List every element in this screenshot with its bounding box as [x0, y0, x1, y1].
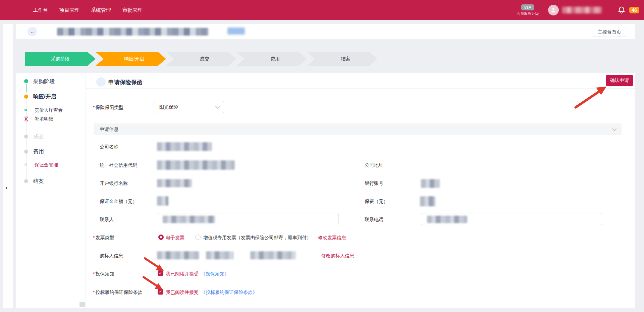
page-root: 工作台 项目管理 系统管理 审批管理 VIP 会员服务升级 46 [0, 0, 644, 312]
sidebar-item-label: 结案 [33, 178, 44, 185]
menu-item-system[interactable]: 系统管理 [91, 7, 111, 13]
notice-checkbox[interactable]: ✓ [158, 270, 163, 276]
sidebar-scrollbar-thumb[interactable] [79, 302, 85, 307]
timeline-dot-close [24, 179, 28, 183]
menu-item-workbench[interactable]: 工作台 [33, 7, 48, 13]
timeline-connector-done [26, 84, 26, 92]
sidebar-divider [86, 73, 86, 308]
edit-invoice-info-link[interactable]: 修改发票信息 [318, 235, 346, 241]
confirm-apply-button[interactable]: 确认申请 [606, 75, 633, 86]
step-fees: 费用 [236, 52, 307, 66]
menu-item-projects[interactable]: 项目管理 [59, 7, 79, 13]
required-mark: * [93, 105, 95, 110]
clause-doc-link[interactable]: 《投标履约保证保险条款》 [201, 290, 257, 296]
notice-doc-link[interactable]: 《投保须知》 [201, 271, 229, 277]
sidebar-item-deal[interactable]: 成交 [33, 133, 44, 140]
invoice-type-label: *发票类型 [93, 235, 114, 241]
sidebar-item-fees[interactable]: 费用 [33, 148, 44, 155]
buyer-info-value-redacted [157, 251, 199, 259]
step-label: 响应/开启 [117, 56, 144, 62]
sidebar-item-label: 响应/开启 [33, 93, 56, 100]
contact-phone-label: 联系电话 [365, 217, 383, 223]
contact-input[interactable] [158, 213, 339, 225]
sidebar-item-close[interactable]: 结案 [33, 178, 44, 185]
sidebar-item-bidding-hall[interactable]: 竞价大厅查看 [35, 107, 63, 113]
sidebar-item-label: 保证金管理 [35, 162, 58, 168]
radio-vat-invoice[interactable] [195, 235, 201, 240]
required-mark: * [93, 235, 95, 240]
back-button[interactable]: ← [28, 27, 37, 36]
form-back-button[interactable]: ← [96, 77, 106, 87]
required-mark: * [93, 290, 95, 295]
bank-account-label: 银行账号 [365, 180, 383, 187]
bank-name-value-redacted [157, 179, 192, 187]
contact-phone-input[interactable] [421, 213, 602, 225]
timeline-dot-fees [24, 150, 28, 154]
company-name-label: 公司名称 [100, 144, 118, 150]
required-mark: * [93, 271, 95, 276]
nav-right-cluster: VIP 会员服务升级 46 [517, 0, 639, 20]
person-icon [550, 7, 557, 13]
step-label: 结案 [334, 56, 350, 62]
insurance-type-label: *保险保函类型 [93, 105, 123, 111]
vip-caption: 会员服务升级 [517, 11, 539, 16]
bank-account-value-redacted [421, 179, 440, 188]
label-text: 保险保函类型 [95, 105, 123, 110]
buyer-info-label: 购标人信息 [100, 253, 123, 259]
edit-buyer-info-link[interactable]: 修改购标人信息 [321, 253, 354, 259]
menu-item-approval[interactable]: 审批管理 [122, 7, 143, 13]
premium-label: 保费（元） [365, 199, 388, 205]
username-redacted [562, 7, 602, 13]
radio-electronic-invoice-label[interactable]: 电子发票 [166, 235, 184, 241]
bank-name-label: 开户银行名称 [100, 180, 128, 187]
project-title-redacted [57, 28, 209, 36]
expand-chevron-icon[interactable]: › [6, 185, 7, 190]
clause-label: *投标履约保证保险条款 [93, 290, 142, 296]
back-arrow-icon: ← [30, 29, 35, 35]
credit-code-label: 统一社会信用代码 [100, 162, 137, 168]
vip-upgrade[interactable]: VIP 会员服务升级 [517, 4, 539, 16]
sidebar-item-label: 补填明细 [35, 116, 53, 122]
timeline-connector [26, 84, 26, 183]
label-text: 投标履约保证保险条款 [95, 290, 142, 295]
sidebar-item-label: 竞价大厅查看 [35, 107, 63, 113]
step-label: 费用 [264, 56, 280, 62]
insurance-type-select[interactable]: 阳光保险 [154, 101, 224, 113]
clause-checkbox[interactable]: ✓ [158, 289, 163, 295]
radio-vat-invoice-label[interactable]: 增值税专用发票（发票由保险公司邮寄，顺丰到付） [203, 235, 311, 241]
section-apply-info[interactable]: 申请信息 [94, 123, 622, 135]
sidebar-item-fill-details[interactable]: 补填明细 [35, 116, 53, 122]
label-text: 投保须知 [95, 271, 114, 276]
sidebar-item-procurement[interactable]: 采购阶段 [33, 78, 55, 85]
collapse-chevron-icon[interactable] [612, 126, 616, 131]
timeline-ring-bidding-hall [24, 109, 27, 111]
sidebar-item-response[interactable]: 响应/开启 [33, 93, 56, 100]
step-close: 结案 [307, 52, 377, 66]
user-avatar[interactable] [548, 5, 559, 15]
top-menu: 工作台 项目管理 系统管理 审批管理 [0, 7, 143, 13]
contact-value-redacted [163, 216, 215, 223]
notification-bell-icon[interactable] [617, 6, 626, 14]
section-title: 申请信息 [100, 126, 118, 133]
step-label: 采购阶段 [51, 56, 70, 62]
notice-label: *投保须知 [93, 271, 114, 277]
sidebar-item-deposit-mgmt[interactable]: 保证金管理 [35, 162, 58, 168]
left-collapse-panel: › [3, 24, 13, 308]
project-status-badge-redacted [227, 28, 245, 35]
timeline-ring-deposit [24, 163, 27, 166]
notification-count-badge: 46 [629, 7, 639, 13]
timeline-dot-response [24, 95, 28, 99]
label-text: 发票类型 [95, 235, 114, 240]
top-nav-bar: 工作台 项目管理 系统管理 审批管理 VIP 会员服务升级 46 [0, 0, 644, 20]
console-home-button[interactable]: 主控台首页 [593, 27, 626, 37]
contact-phone-value-redacted [427, 216, 467, 223]
chevron-down-icon [215, 104, 220, 109]
credit-code-value-redacted [157, 160, 235, 170]
vip-icon: VIP [521, 4, 534, 10]
buyer-info-value-redacted [250, 251, 296, 259]
contact-label: 联系人 [100, 217, 114, 223]
step-procurement: 采购阶段 [25, 52, 96, 66]
project-header-card: ← 主控台首页 [16, 24, 635, 39]
radio-electronic-invoice[interactable] [158, 235, 164, 240]
back-arrow-icon: ← [99, 79, 104, 85]
